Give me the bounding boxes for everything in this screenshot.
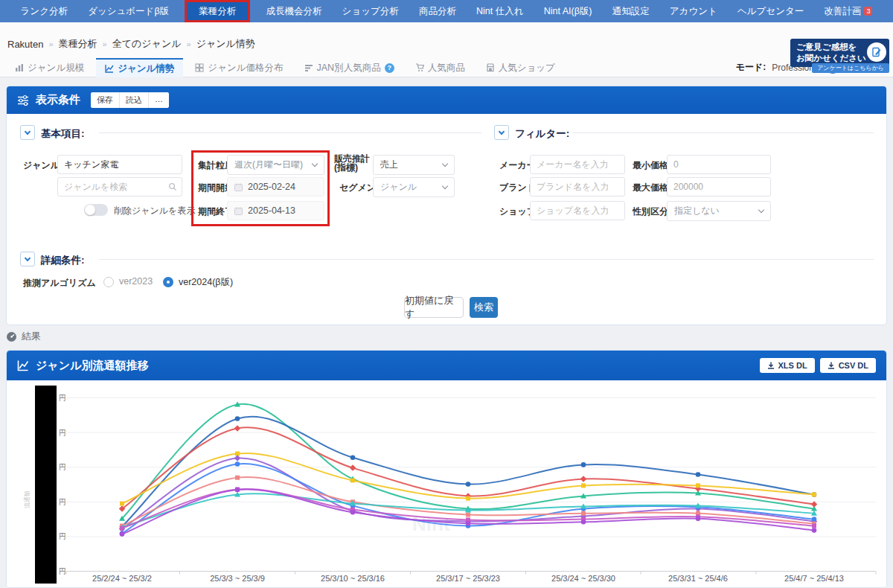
nav-item-nint-ai[interactable]: Nint AI(β版) bbox=[540, 0, 597, 22]
feedback-banner[interactable]: ご意見ご感想を お聞かせください アンケートはこちらから bbox=[790, 39, 889, 67]
x-tick-label: 25/4/7 ~ 25/4/13 bbox=[784, 574, 844, 583]
data-point bbox=[580, 476, 586, 482]
data-point bbox=[466, 513, 470, 517]
tab-label: ジャンル価格分布 bbox=[208, 62, 283, 74]
basic-section-collapse-button[interactable] bbox=[20, 125, 35, 140]
data-point bbox=[235, 416, 240, 421]
nav-item-notification-settings[interactable]: 通知設定 bbox=[608, 0, 654, 22]
period-end-input[interactable]: 2025-04-13 bbox=[227, 201, 324, 220]
help-icon[interactable]: ? bbox=[385, 63, 394, 73]
breadcrumb-item-rakuten[interactable]: Rakuten bbox=[7, 39, 43, 50]
data-point bbox=[235, 488, 240, 493]
maker-input[interactable] bbox=[530, 155, 625, 174]
chevron-down-icon bbox=[312, 161, 318, 167]
brand-input[interactable] bbox=[530, 177, 625, 196]
nav-item-growth-opportunity[interactable]: 成長機会分析 bbox=[261, 0, 326, 22]
chevron-down-icon bbox=[25, 255, 31, 261]
result-text: 結果 bbox=[22, 330, 41, 343]
show-deleted-genres-toggle[interactable] bbox=[84, 204, 108, 216]
show-deleted-genres-label: 削除ジャンルを表示 bbox=[114, 205, 195, 217]
breadcrumb-separator: » bbox=[103, 39, 107, 48]
save-button[interactable]: 保存 bbox=[91, 92, 120, 108]
segment-select[interactable]: ジャンル bbox=[373, 177, 455, 197]
breadcrumb-item-industry[interactable]: 業種分析 bbox=[59, 37, 97, 51]
tab-genre-price-distribution[interactable]: ジャンル価格分布 bbox=[186, 58, 292, 77]
tab-jan-popular-products[interactable]: JAN別人気商品 ? bbox=[295, 58, 403, 77]
nav-item-product-analysis[interactable]: 商品分析 bbox=[415, 0, 461, 22]
pencil-clipboard-icon bbox=[867, 42, 886, 62]
top-nav: ランク分析 ダッシュボードβ版 業種分析 成長機会分析 ショップ分析 商品分析 … bbox=[0, 0, 893, 22]
feedback-text: ご意見ご感想を お聞かせください bbox=[796, 42, 866, 64]
tab-genre-trend[interactable]: ジャンル情勢 bbox=[96, 58, 183, 77]
divider bbox=[99, 259, 874, 260]
max-price-input[interactable] bbox=[667, 177, 771, 196]
nav-item-dashboard-beta[interactable]: ダッシュボードβ版 bbox=[83, 0, 173, 22]
algo-ver2023-label[interactable]: ver2023 bbox=[119, 276, 153, 287]
data-point bbox=[235, 461, 240, 467]
x-tick-label: 25/3/3 ~ 25/3/9 bbox=[210, 574, 265, 583]
x-tick-label: 25/3/31 ~ 25/4/6 bbox=[668, 574, 728, 583]
nav-item-account[interactable]: アカウント bbox=[665, 0, 722, 22]
genre-search bbox=[57, 177, 182, 196]
data-point bbox=[581, 520, 586, 525]
nav-item-industry-analysis[interactable]: 業種分析 bbox=[185, 0, 250, 22]
nav-item-improvement-plan[interactable]: 改善計画 3 bbox=[819, 0, 877, 22]
data-point bbox=[466, 521, 471, 526]
period-end-value: 2025-04-13 bbox=[248, 205, 295, 216]
csv-download-button[interactable]: CSV DL bbox=[820, 358, 876, 373]
x-tick-label: 25/3/24 ~ 25/3/30 bbox=[551, 574, 615, 583]
calendar-icon bbox=[234, 183, 243, 191]
data-point bbox=[812, 528, 817, 533]
search-button[interactable]: 検索 bbox=[470, 297, 498, 318]
sales-metric-select[interactable]: 売上 bbox=[373, 155, 455, 175]
shop-input[interactable] bbox=[530, 201, 625, 220]
load-button[interactable]: 読込 bbox=[120, 92, 149, 108]
tab-label: 人気ショップ bbox=[499, 62, 555, 74]
calendar-icon bbox=[234, 207, 243, 215]
download-icon bbox=[828, 362, 835, 369]
genre-label: ジャンル bbox=[23, 159, 60, 172]
data-point bbox=[696, 472, 701, 477]
nav-item-rank-analysis[interactable]: ランク分析 bbox=[16, 0, 72, 22]
search-icon bbox=[168, 182, 177, 191]
nav-item-nint-sourcing[interactable]: Nint 仕入れ bbox=[472, 0, 528, 22]
tab-genre-scale[interactable]: ジャンル規模 bbox=[6, 58, 93, 77]
download-icon bbox=[767, 362, 775, 369]
genre-search-input[interactable] bbox=[57, 177, 182, 196]
nav-item-shop-analysis[interactable]: ショップ分析 bbox=[338, 0, 403, 22]
filter-panel: 表示条件 保存 読込 … 基本項目: ジャンル 集計粒度 週次(月曜〜日曜) 販… bbox=[6, 86, 887, 325]
x-tick-label: 25/3/17 ~ 25/3/23 bbox=[436, 574, 500, 583]
data-point bbox=[351, 478, 355, 482]
tab-popular-products[interactable]: 人気商品 bbox=[406, 58, 474, 77]
data-point bbox=[234, 425, 240, 431]
y-tick-unit-label: 円 bbox=[59, 567, 66, 575]
data-point bbox=[351, 510, 356, 515]
filter-section-collapse-button[interactable] bbox=[494, 125, 509, 140]
gender-value: 指定しない bbox=[674, 205, 720, 217]
xls-download-button[interactable]: XLS DL bbox=[760, 358, 815, 373]
filter-panel-header: 表示条件 保存 読込 … bbox=[7, 86, 886, 114]
genre-input[interactable] bbox=[57, 155, 182, 174]
algo-ver2024-label[interactable]: ver2024(β版) bbox=[179, 276, 233, 289]
line-chart-icon bbox=[17, 359, 29, 371]
algo-ver2024-radio[interactable] bbox=[163, 277, 173, 287]
more-button[interactable]: … bbox=[149, 92, 169, 108]
min-price-input[interactable] bbox=[667, 155, 771, 174]
nav-item-help-center[interactable]: ヘルプセンター bbox=[733, 0, 808, 22]
algo-ver2023-radio[interactable] bbox=[103, 277, 114, 287]
mode-label: モード: bbox=[736, 61, 766, 74]
chevron-down-icon bbox=[442, 161, 448, 167]
data-point bbox=[812, 493, 816, 497]
trend-chart: 円円円円円円25/2/24 ~ 25/3/225/3/3 ~ 25/3/925/… bbox=[7, 380, 886, 587]
detail-section-collapse-button[interactable] bbox=[20, 252, 35, 266]
granularity-select[interactable]: 週次(月曜〜日曜) bbox=[227, 155, 324, 175]
chevron-down-icon bbox=[758, 207, 764, 213]
download-buttons: XLS DL CSV DL bbox=[760, 358, 876, 373]
breadcrumb-item-all-genres[interactable]: 全てのジャンル bbox=[112, 37, 182, 51]
reset-button[interactable]: 初期値に戻す bbox=[404, 297, 464, 318]
period-start-input[interactable]: 2025-02-24 bbox=[227, 177, 324, 196]
data-point bbox=[234, 455, 240, 461]
gender-label: 性別区分 bbox=[633, 205, 668, 218]
gender-select[interactable]: 指定しない bbox=[667, 201, 771, 221]
tab-popular-shops[interactable]: 人気ショップ bbox=[477, 58, 564, 77]
